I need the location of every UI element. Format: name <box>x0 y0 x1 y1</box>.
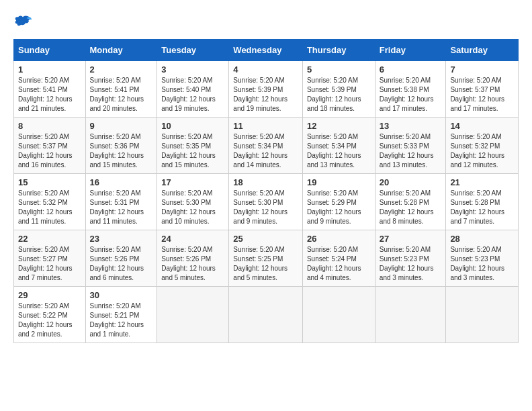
day-info: Sunrise: 5:20 AM Sunset: 5:37 PM Dayligh… <box>18 132 81 170</box>
calendar-cell <box>446 287 519 343</box>
day-info: Sunrise: 5:20 AM Sunset: 5:21 PM Dayligh… <box>90 302 153 339</box>
calendar-header-row: SundayMondayTuesdayWednesdayThursdayFrid… <box>14 40 519 61</box>
calendar-cell: 4Sunrise: 5:20 AM Sunset: 5:39 PM Daylig… <box>229 61 303 118</box>
day-info: Sunrise: 5:20 AM Sunset: 5:35 PM Dayligh… <box>161 132 224 170</box>
day-number: 4 <box>233 64 298 75</box>
calendar-cell: 18Sunrise: 5:20 AM Sunset: 5:30 PM Dayli… <box>229 174 303 230</box>
calendar-cell <box>302 287 375 343</box>
calendar-cell: 25Sunrise: 5:20 AM Sunset: 5:25 PM Dayli… <box>229 230 303 287</box>
day-number: 30 <box>90 290 153 300</box>
calendar-cell: 13Sunrise: 5:20 AM Sunset: 5:33 PM Dayli… <box>375 118 446 174</box>
calendar-cell <box>229 287 303 343</box>
day-info: Sunrise: 5:20 AM Sunset: 5:23 PM Dayligh… <box>380 245 442 283</box>
day-info: Sunrise: 5:20 AM Sunset: 5:38 PM Dayligh… <box>380 76 442 113</box>
day-number: 22 <box>18 234 81 244</box>
day-info: Sunrise: 5:20 AM Sunset: 5:24 PM Dayligh… <box>307 245 371 283</box>
calendar-cell: 21Sunrise: 5:20 AM Sunset: 5:28 PM Dayli… <box>446 174 519 230</box>
day-number: 10 <box>161 121 224 131</box>
day-info: Sunrise: 5:20 AM Sunset: 5:27 PM Dayligh… <box>18 245 81 283</box>
day-number: 9 <box>90 121 153 131</box>
col-header-saturday: Saturday <box>446 40 519 61</box>
day-number: 21 <box>450 177 514 187</box>
day-number: 20 <box>380 177 442 187</box>
calendar-cell <box>375 287 446 343</box>
calendar-cell: 5Sunrise: 5:20 AM Sunset: 5:39 PM Daylig… <box>302 61 375 118</box>
week-row-5: 29Sunrise: 5:20 AM Sunset: 5:22 PM Dayli… <box>14 287 519 343</box>
day-info: Sunrise: 5:20 AM Sunset: 5:23 PM Dayligh… <box>450 245 514 283</box>
day-number: 29 <box>18 290 81 300</box>
calendar-cell: 23Sunrise: 5:20 AM Sunset: 5:26 PM Dayli… <box>85 230 157 287</box>
calendar-cell: 7Sunrise: 5:20 AM Sunset: 5:37 PM Daylig… <box>446 61 519 118</box>
week-row-1: 1Sunrise: 5:20 AM Sunset: 5:41 PM Daylig… <box>14 61 519 118</box>
day-number: 18 <box>233 177 298 187</box>
day-number: 7 <box>450 64 514 75</box>
calendar-cell: 3Sunrise: 5:20 AM Sunset: 5:40 PM Daylig… <box>157 61 229 118</box>
calendar-cell: 6Sunrise: 5:20 AM Sunset: 5:38 PM Daylig… <box>375 61 446 118</box>
week-row-3: 15Sunrise: 5:20 AM Sunset: 5:32 PM Dayli… <box>14 174 519 230</box>
calendar-cell: 1Sunrise: 5:20 AM Sunset: 5:41 PM Daylig… <box>14 61 86 118</box>
calendar-cell: 20Sunrise: 5:20 AM Sunset: 5:28 PM Dayli… <box>375 174 446 230</box>
day-number: 25 <box>233 234 298 244</box>
calendar-cell: 16Sunrise: 5:20 AM Sunset: 5:31 PM Dayli… <box>85 174 157 230</box>
col-header-sunday: Sunday <box>14 40 86 61</box>
day-number: 6 <box>380 64 442 75</box>
week-row-2: 8Sunrise: 5:20 AM Sunset: 5:37 PM Daylig… <box>14 118 519 174</box>
day-info: Sunrise: 5:20 AM Sunset: 5:39 PM Dayligh… <box>233 76 298 113</box>
day-info: Sunrise: 5:20 AM Sunset: 5:34 PM Dayligh… <box>307 132 371 170</box>
calendar-cell: 30Sunrise: 5:20 AM Sunset: 5:21 PM Dayli… <box>85 287 157 343</box>
calendar-cell: 15Sunrise: 5:20 AM Sunset: 5:32 PM Dayli… <box>14 174 86 230</box>
day-info: Sunrise: 5:20 AM Sunset: 5:39 PM Dayligh… <box>307 76 371 113</box>
day-number: 11 <box>233 121 298 131</box>
day-info: Sunrise: 5:20 AM Sunset: 5:32 PM Dayligh… <box>18 189 81 226</box>
day-number: 27 <box>380 234 442 244</box>
calendar-cell: 22Sunrise: 5:20 AM Sunset: 5:27 PM Dayli… <box>14 230 86 287</box>
calendar-cell: 28Sunrise: 5:20 AM Sunset: 5:23 PM Dayli… <box>446 230 519 287</box>
day-info: Sunrise: 5:20 AM Sunset: 5:22 PM Dayligh… <box>18 302 81 339</box>
day-number: 16 <box>90 177 153 187</box>
day-info: Sunrise: 5:20 AM Sunset: 5:41 PM Dayligh… <box>90 76 153 113</box>
calendar-cell: 9Sunrise: 5:20 AM Sunset: 5:36 PM Daylig… <box>85 118 157 174</box>
day-number: 19 <box>307 177 371 187</box>
calendar-cell: 2Sunrise: 5:20 AM Sunset: 5:41 PM Daylig… <box>85 61 157 118</box>
day-info: Sunrise: 5:20 AM Sunset: 5:41 PM Dayligh… <box>18 76 81 113</box>
day-info: Sunrise: 5:20 AM Sunset: 5:28 PM Dayligh… <box>450 189 514 226</box>
col-header-friday: Friday <box>375 40 446 61</box>
day-info: Sunrise: 5:20 AM Sunset: 5:26 PM Dayligh… <box>161 245 224 283</box>
day-info: Sunrise: 5:20 AM Sunset: 5:26 PM Dayligh… <box>90 245 153 283</box>
week-row-4: 22Sunrise: 5:20 AM Sunset: 5:27 PM Dayli… <box>14 230 519 287</box>
day-number: 17 <box>161 177 224 187</box>
day-number: 12 <box>307 121 371 131</box>
page-header <box>13 13 519 32</box>
day-number: 3 <box>161 64 224 75</box>
day-number: 1 <box>18 64 81 75</box>
calendar-cell: 24Sunrise: 5:20 AM Sunset: 5:26 PM Dayli… <box>157 230 229 287</box>
day-number: 26 <box>307 234 371 244</box>
calendar-cell: 11Sunrise: 5:20 AM Sunset: 5:34 PM Dayli… <box>229 118 303 174</box>
day-number: 8 <box>18 121 81 131</box>
col-header-monday: Monday <box>85 40 157 61</box>
day-info: Sunrise: 5:20 AM Sunset: 5:29 PM Dayligh… <box>307 189 371 226</box>
day-info: Sunrise: 5:20 AM Sunset: 5:36 PM Dayligh… <box>90 132 153 170</box>
day-info: Sunrise: 5:20 AM Sunset: 5:25 PM Dayligh… <box>233 245 298 283</box>
calendar-cell: 12Sunrise: 5:20 AM Sunset: 5:34 PM Dayli… <box>302 118 375 174</box>
calendar-cell: 26Sunrise: 5:20 AM Sunset: 5:24 PM Dayli… <box>302 230 375 287</box>
day-number: 5 <box>307 64 371 75</box>
col-header-thursday: Thursday <box>302 40 375 61</box>
col-header-tuesday: Tuesday <box>157 40 229 61</box>
calendar-cell: 10Sunrise: 5:20 AM Sunset: 5:35 PM Dayli… <box>157 118 229 174</box>
day-info: Sunrise: 5:20 AM Sunset: 5:40 PM Dayligh… <box>161 76 224 113</box>
calendar-cell <box>157 287 229 343</box>
calendar-cell: 8Sunrise: 5:20 AM Sunset: 5:37 PM Daylig… <box>14 118 86 174</box>
day-info: Sunrise: 5:20 AM Sunset: 5:34 PM Dayligh… <box>233 132 298 170</box>
day-info: Sunrise: 5:20 AM Sunset: 5:33 PM Dayligh… <box>380 132 442 170</box>
day-number: 13 <box>380 121 442 131</box>
calendar-cell: 14Sunrise: 5:20 AM Sunset: 5:32 PM Dayli… <box>446 118 519 174</box>
calendar-cell: 29Sunrise: 5:20 AM Sunset: 5:22 PM Dayli… <box>14 287 86 343</box>
day-number: 24 <box>161 234 224 244</box>
day-info: Sunrise: 5:20 AM Sunset: 5:37 PM Dayligh… <box>450 76 514 113</box>
logo-bird-icon <box>13 13 32 32</box>
day-info: Sunrise: 5:20 AM Sunset: 5:32 PM Dayligh… <box>450 132 514 170</box>
calendar-cell: 27Sunrise: 5:20 AM Sunset: 5:23 PM Dayli… <box>375 230 446 287</box>
day-number: 14 <box>450 121 514 131</box>
calendar-cell: 17Sunrise: 5:20 AM Sunset: 5:30 PM Dayli… <box>157 174 229 230</box>
